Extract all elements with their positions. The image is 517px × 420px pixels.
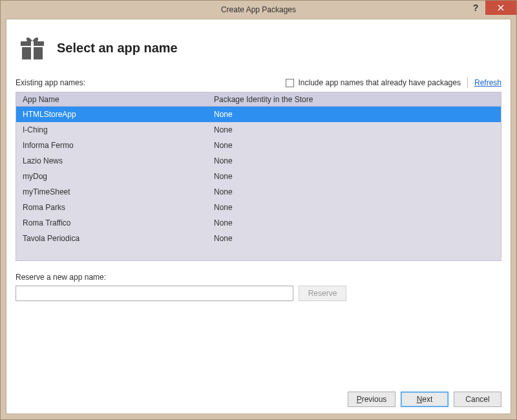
table-row[interactable]: I-ChingNone [16, 122, 501, 138]
cell-app-name: HTMLStoreApp [16, 110, 210, 119]
cell-app-name: Roma Parks [16, 203, 210, 212]
reserve-name-input[interactable] [16, 286, 293, 301]
reserve-section: Reserve a new app name: Reserve [16, 273, 501, 301]
dialog-content: Select an app name Existing app names: I… [6, 19, 511, 414]
cell-app-name: myDog [16, 172, 210, 181]
cell-package-identity: None [210, 187, 501, 196]
cell-package-identity: None [210, 110, 501, 119]
table-row[interactable]: Informa FermoNone [16, 138, 501, 153]
window-title: Create App Packages [1, 5, 516, 14]
table-header: App Name Package Identity in the Store [16, 92, 501, 107]
cell-package-identity: None [210, 125, 501, 134]
checkbox-box-icon [286, 79, 294, 87]
dialog-footer: Previous Next Cancel [16, 385, 501, 407]
table-body: HTMLStoreAppNoneI-ChingNoneInforma Fermo… [16, 107, 501, 246]
column-header-app-name[interactable]: App Name [16, 95, 210, 104]
reserve-button[interactable]: Reserve [299, 286, 346, 301]
svg-rect-3 [21, 46, 44, 47]
help-button[interactable]: ? [466, 1, 485, 15]
cell-package-identity: None [210, 172, 501, 181]
titlebar-controls: ? [466, 1, 516, 15]
table-row[interactable]: Tavola PeriodicaNone [16, 231, 501, 246]
cell-app-name: myTimeSheet [16, 187, 210, 196]
previous-button[interactable]: Previous [348, 392, 396, 407]
page-header: Select an app name [16, 28, 501, 75]
table-row[interactable]: Lazio NewsNone [16, 153, 501, 169]
dialog-window: Create App Packages ? Select an app name [0, 0, 517, 420]
existing-apps-label: Existing app names: [16, 78, 85, 87]
refresh-link[interactable]: Refresh [474, 78, 501, 87]
package-icon [18, 34, 47, 62]
table-row[interactable]: HTMLStoreAppNone [16, 107, 501, 122]
app-names-table[interactable]: App Name Package Identity in the Store H… [16, 92, 501, 261]
cell-package-identity: None [210, 218, 501, 227]
reserve-label: Reserve a new app name: [16, 273, 501, 282]
cell-app-name: Informa Fermo [16, 141, 210, 150]
titlebar: Create App Packages ? [1, 1, 516, 19]
include-packaged-checkbox[interactable]: Include app names that already have pack… [286, 78, 461, 87]
svg-rect-2 [31, 41, 34, 59]
table-row[interactable]: Roma TrafficoNone [16, 215, 501, 231]
table-row[interactable]: myTimeSheetNone [16, 184, 501, 200]
cell-package-identity: None [210, 141, 501, 150]
cell-app-name: Roma Traffico [16, 218, 210, 227]
cell-app-name: Lazio News [16, 156, 210, 165]
cancel-button[interactable]: Cancel [454, 392, 501, 407]
cell-package-identity: None [210, 156, 501, 165]
separator [467, 78, 468, 88]
cell-app-name: I-Ching [16, 125, 210, 134]
page-title: Select an app name [57, 41, 178, 56]
close-button[interactable] [485, 1, 516, 15]
cell-package-identity: None [210, 234, 501, 243]
include-packaged-label: Include app names that already have pack… [298, 78, 461, 87]
close-icon [498, 5, 504, 11]
cell-package-identity: None [210, 203, 501, 212]
column-header-package-identity[interactable]: Package Identity in the Store [210, 95, 501, 104]
next-button[interactable]: Next [401, 392, 448, 407]
existing-apps-toolbar: Existing app names: Include app names th… [16, 75, 501, 92]
table-row[interactable]: myDogNone [16, 169, 501, 184]
table-row[interactable]: Roma ParksNone [16, 200, 501, 215]
cell-app-name: Tavola Periodica [16, 234, 210, 243]
